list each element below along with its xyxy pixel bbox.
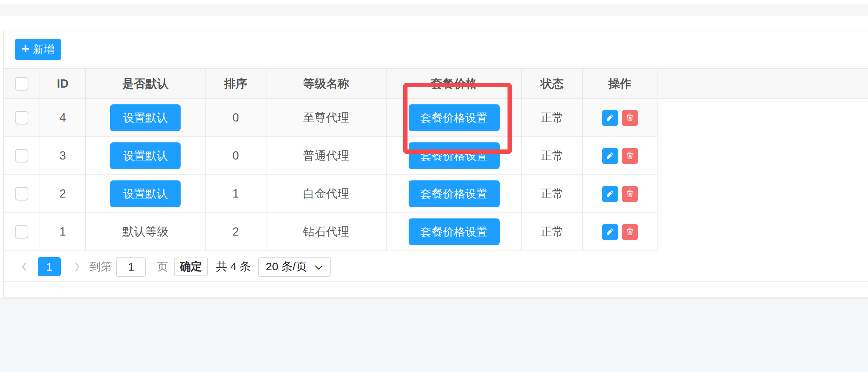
page-unit-label: 页	[157, 259, 168, 274]
header-sort: 排序	[205, 69, 266, 99]
levels-table: ID 是否默认 排序 等级名称 套餐价格 状态 操作 4 设置默认 0 至尊代理…	[4, 68, 868, 251]
table-row: 2 设置默认 1 白金代理 套餐价格设置 正常	[4, 175, 868, 213]
package-price-button[interactable]: 套餐价格设置	[409, 104, 500, 131]
row-checkbox[interactable]	[15, 111, 28, 124]
chevron-down-icon	[314, 261, 323, 273]
status-text: 正常	[522, 137, 583, 175]
status-text: 正常	[522, 99, 583, 137]
row-checkbox[interactable]	[15, 225, 28, 239]
pagination-bar: 1 到第 页 确定 共 4 条 20 条/页	[4, 252, 868, 282]
delete-button[interactable]	[622, 110, 638, 126]
cell-level-name: 普通代理	[266, 137, 386, 175]
header-package-price: 套餐价格	[386, 69, 522, 99]
delete-button[interactable]	[622, 186, 638, 202]
trash-icon	[625, 227, 635, 237]
cell-sort: 0	[205, 99, 266, 137]
edit-button[interactable]	[602, 186, 618, 202]
goto-page-input[interactable]	[116, 257, 146, 277]
trash-icon	[625, 151, 635, 161]
table-row: 4 设置默认 0 至尊代理 套餐价格设置 正常	[4, 99, 868, 137]
row-checkbox[interactable]	[15, 149, 28, 163]
cell-id: 4	[40, 99, 85, 137]
edit-button[interactable]	[602, 224, 618, 240]
row-checkbox[interactable]	[15, 187, 28, 201]
set-default-button[interactable]: 设置默认	[110, 142, 181, 169]
header-status: 状态	[522, 69, 583, 99]
delete-button[interactable]	[622, 224, 638, 240]
status-text: 正常	[522, 213, 583, 251]
header-spacer	[657, 69, 868, 99]
cell-sort: 2	[205, 213, 266, 251]
pagination-next-icon[interactable]	[73, 261, 82, 272]
edit-button[interactable]	[602, 110, 618, 126]
package-price-button[interactable]: 套餐价格设置	[409, 142, 500, 169]
trash-icon	[625, 113, 635, 123]
delete-button[interactable]	[622, 148, 638, 164]
select-all-checkbox[interactable]	[15, 77, 28, 91]
pagination-page-1[interactable]: 1	[38, 257, 61, 276]
goto-label: 到第	[90, 259, 112, 274]
plus-icon: +	[21, 42, 29, 56]
default-level-text: 默认等级	[85, 213, 205, 251]
table-row: 1 默认等级 2 钻石代理 套餐价格设置 正常	[4, 213, 868, 251]
page-size-value: 20 条/页	[266, 259, 307, 274]
cell-sort: 0	[205, 137, 266, 175]
page-background-footer	[0, 298, 868, 372]
pencil-icon	[605, 189, 615, 199]
package-price-button[interactable]: 套餐价格设置	[409, 180, 500, 207]
cell-level-name: 钻石代理	[266, 213, 386, 251]
header-is-default: 是否默认	[85, 69, 205, 99]
cell-id: 1	[40, 213, 85, 251]
edit-button[interactable]	[602, 148, 618, 164]
page-size-select[interactable]: 20 条/页	[258, 257, 331, 277]
status-text: 正常	[522, 175, 583, 213]
cell-level-name: 白金代理	[266, 175, 386, 213]
add-button-label: 新增	[33, 42, 55, 57]
add-button[interactable]: + 新增	[15, 39, 61, 60]
package-price-button[interactable]: 套餐价格设置	[409, 218, 500, 245]
header-actions: 操作	[583, 69, 657, 99]
header-level-name: 等级名称	[266, 69, 386, 99]
header-id: ID	[40, 69, 85, 99]
cell-level-name: 至尊代理	[266, 99, 386, 137]
pencil-icon	[605, 151, 615, 161]
cell-id: 3	[40, 137, 85, 175]
pencil-icon	[605, 227, 615, 237]
trash-icon	[625, 189, 635, 199]
cell-id: 2	[40, 175, 85, 213]
set-default-button[interactable]: 设置默认	[110, 104, 181, 131]
set-default-button[interactable]: 设置默认	[110, 180, 181, 207]
header-row: ID 是否默认 排序 等级名称 套餐价格 状态 操作	[4, 69, 868, 99]
top-gray-bar	[0, 4, 868, 16]
pencil-icon	[605, 113, 615, 123]
confirm-button[interactable]: 确定	[174, 258, 208, 276]
total-count: 共 4 条	[216, 259, 251, 274]
cell-sort: 1	[205, 175, 266, 213]
table-row: 3 设置默认 0 普通代理 套餐价格设置 正常	[4, 137, 868, 175]
content-panel: + 新增 ID 是否默认 排序 等级名称 套餐价格 状态 操作	[3, 31, 868, 298]
pagination-prev-icon[interactable]	[20, 261, 29, 272]
